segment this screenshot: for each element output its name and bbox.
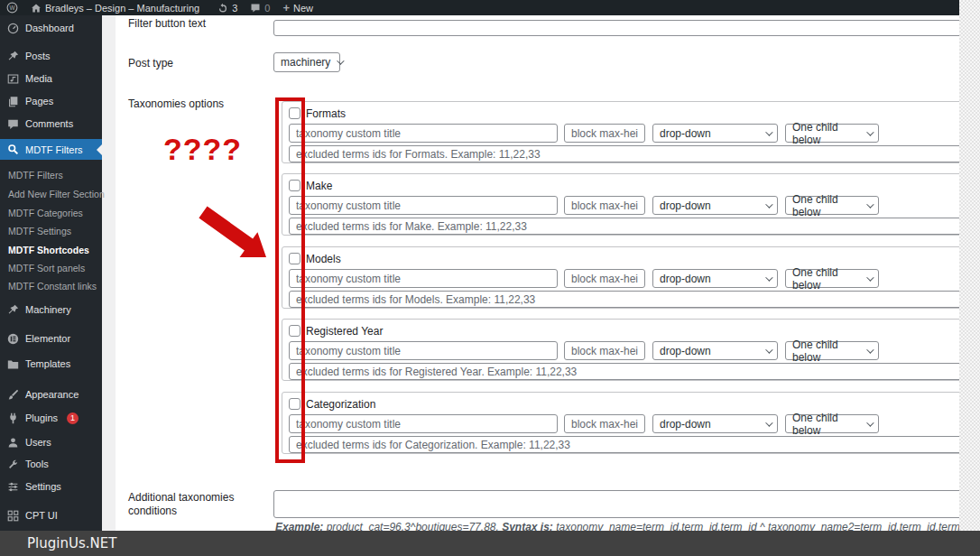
comments-menu[interactable]: 0 — [244, 0, 276, 15]
sidebar-item-elementor[interactable]: Elementor — [0, 328, 102, 349]
additional-taxonomies-textarea[interactable] — [273, 490, 959, 518]
sidebar-item-mdtf-filters[interactable]: MDTF Filters — [0, 139, 102, 160]
chevron-down-icon — [765, 200, 772, 208]
sidebar-item-appearance[interactable]: Appearance — [0, 384, 102, 405]
sidebar-item-settings[interactable]: Settings — [0, 476, 102, 497]
sidebar-item-plugins[interactable]: Plugins 1 — [0, 407, 102, 429]
comment-bubble-icon — [7, 118, 19, 130]
media-icon — [7, 73, 19, 85]
taxonomy-block-make: Make drop-down One child below — [282, 173, 959, 236]
display-type-select[interactable]: drop-down — [652, 124, 778, 143]
display-type-select[interactable]: drop-down — [652, 414, 778, 433]
submenu-label: MDTF Categories — [8, 208, 83, 218]
taxonomy-block-formats: Formats drop-down One child below — [282, 101, 959, 163]
taxonomy-custom-title-input[interactable] — [289, 414, 558, 433]
display-type-select[interactable]: drop-down — [652, 196, 778, 215]
filter-button-text-label: Filter button text — [128, 17, 206, 30]
plugins-update-badge: 1 — [67, 412, 79, 424]
pushpin-icon — [7, 51, 19, 62]
example-text: product_cat=96.3^boutiques=77.88. — [323, 521, 502, 531]
taxonomy-custom-title-input[interactable] — [289, 196, 558, 215]
updates-count: 3 — [232, 3, 237, 14]
watermark-bar: PluginUs.NET — [0, 531, 980, 556]
display-type-select[interactable]: drop-down — [652, 341, 778, 360]
sidebar-item-media[interactable]: Media — [0, 68, 102, 89]
chevron-down-icon — [765, 346, 772, 353]
home-icon — [31, 3, 42, 14]
taxonomy-checkbox[interactable] — [289, 107, 300, 119]
wordpress-logo-icon: W — [6, 2, 18, 14]
post-type-select[interactable]: machinery — [273, 52, 340, 72]
scrollbar-area[interactable] — [959, 0, 980, 531]
site-name-menu[interactable]: Bradleys – Design – Manufacturing — [24, 0, 206, 15]
taxonomies-options-label: Taxonomies options — [128, 97, 224, 110]
sidebar-item-label: MDTF Filters — [25, 144, 83, 155]
submenu-item-mdtf-sort-panels[interactable]: MDTF Sort panels — [0, 259, 102, 277]
submenu-item-mdtf-shortcodes[interactable]: MDTF Shortcodes — [0, 241, 102, 259]
hierarchy-select[interactable]: One child below — [785, 124, 879, 143]
taxonomy-block-categorization: Categorization drop-down One child below — [282, 392, 959, 454]
display-type-select[interactable]: drop-down — [652, 269, 778, 288]
sidebar-item-label: Templates — [25, 358, 70, 369]
hierarchy-select[interactable]: One child below — [785, 341, 879, 360]
plug-icon — [7, 412, 19, 424]
submenu-item-mdtf-constant-links[interactable]: MDTF Constant links — [0, 277, 102, 295]
taxonomy-checkbox[interactable] — [289, 325, 300, 337]
block-max-height-input[interactable] — [564, 124, 645, 143]
sidebar-item-label: Machinery — [25, 304, 71, 315]
submenu-item-mdtf-filters[interactable]: MDTF Filters — [0, 166, 102, 184]
submenu-item-mdtf-categories[interactable]: MDTF Categories — [0, 204, 102, 222]
plus-icon: + — [282, 2, 290, 14]
updates-menu[interactable]: 3 — [211, 0, 244, 15]
syntax-bold: Syntax is: — [502, 521, 553, 531]
sidebar-item-label: Settings — [25, 481, 61, 492]
taxonomy-checkbox[interactable] — [289, 253, 300, 264]
excluded-terms-input[interactable] — [289, 218, 959, 235]
sidebar-item-templates[interactable]: Templates — [0, 353, 102, 375]
sidebar-item-cpt-ui[interactable]: CPT UI — [0, 505, 102, 526]
wordpress-logo-menu[interactable]: W — [0, 0, 24, 15]
display-type-value: drop-down — [660, 273, 711, 285]
block-max-height-input[interactable] — [564, 414, 645, 433]
sidebar-item-label: Users — [25, 437, 51, 448]
excluded-terms-input[interactable] — [289, 363, 959, 380]
taxonomy-checkbox[interactable] — [289, 398, 300, 410]
post-type-value: machinery — [281, 56, 330, 69]
block-max-height-input[interactable] — [564, 341, 645, 360]
excluded-terms-input[interactable] — [289, 291, 959, 308]
updates-icon — [217, 3, 228, 14]
submenu-item-mdtf-settings[interactable]: MDTF Settings — [0, 222, 102, 240]
excluded-terms-input[interactable] — [289, 436, 959, 453]
sidebar-item-posts[interactable]: Posts — [0, 45, 102, 67]
taxonomy-block-models: Models drop-down One child below — [282, 246, 959, 309]
sidebar-item-tools[interactable]: Tools — [0, 453, 102, 475]
taxonomy-name: Registered Year — [306, 325, 383, 338]
sliders-icon — [7, 481, 19, 493]
sidebar-item-pages[interactable]: Pages — [0, 90, 102, 112]
hierarchy-select[interactable]: One child below — [785, 269, 879, 288]
post-type-label: Post type — [128, 57, 173, 70]
excluded-terms-input[interactable] — [289, 145, 959, 162]
taxonomy-checkbox[interactable] — [289, 180, 300, 191]
taxonomy-custom-title-input[interactable] — [289, 124, 558, 143]
chevron-down-icon — [866, 200, 874, 208]
svg-text:W: W — [9, 5, 15, 11]
screen: W Bradleys – Design – Manufacturing 3 0 … — [0, 0, 980, 556]
new-content-menu[interactable]: + New — [276, 0, 319, 15]
taxonomy-custom-title-input[interactable] — [289, 341, 558, 360]
pushpin-icon — [7, 304, 19, 316]
filter-button-text-input[interactable] — [273, 20, 959, 36]
block-max-height-input[interactable] — [564, 269, 645, 288]
submenu-item-add-new-filter-section[interactable]: Add New Filter Section — [0, 185, 102, 203]
sidebar: Dashboard Posts Media Pages Comments MDT… — [0, 15, 102, 556]
chevron-down-icon — [765, 419, 772, 426]
taxonomy-custom-title-input[interactable] — [289, 269, 558, 288]
sidebar-item-dashboard[interactable]: Dashboard — [0, 17, 102, 39]
sidebar-item-machinery[interactable]: Machinery — [0, 299, 102, 320]
block-max-height-input[interactable] — [564, 196, 645, 215]
sidebar-item-users[interactable]: Users — [0, 431, 102, 453]
sidebar-item-comments[interactable]: Comments — [0, 113, 102, 134]
taxonomy-name: Models — [306, 253, 341, 265]
hierarchy-select[interactable]: One child below — [785, 196, 879, 215]
hierarchy-select[interactable]: One child below — [785, 414, 879, 433]
